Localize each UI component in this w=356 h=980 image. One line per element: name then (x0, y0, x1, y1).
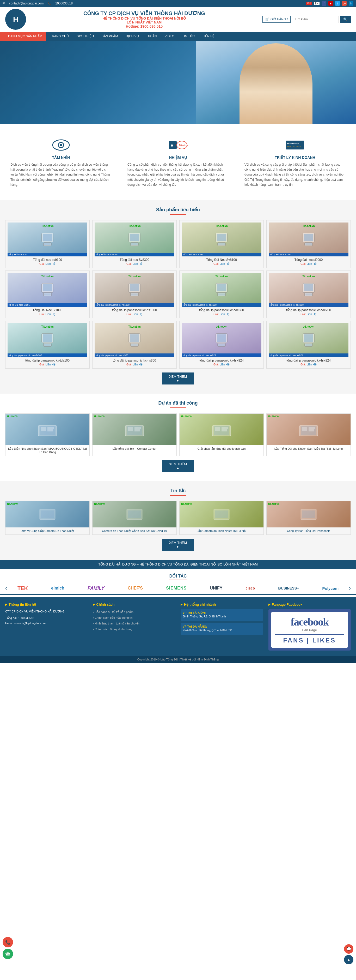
products-xem-them[interactable]: XEM THÊM ▸ (162, 372, 194, 385)
nav-item-giới-thiệu[interactable]: GIỚI THIỆU (73, 32, 98, 41)
partner-logo-3[interactable]: CHEF'S (128, 586, 143, 590)
vision-section: TẦM NHÌN Dịch vụ viễn thông hải dương củ… (0, 124, 356, 200)
svg-rect-44 (43, 334, 52, 342)
svg-rect-28 (43, 284, 52, 291)
svg-rect-84 (215, 511, 228, 518)
nav-item-tin-tức[interactable]: TIN TỨC (178, 32, 199, 41)
policy-link[interactable]: › Hình thức thanh toán & vận chuyển (93, 620, 176, 626)
product-card[interactable]: tid.net.vn tổng đài ip panasonic kx-hrx8… (266, 321, 351, 369)
fb-fan-page: Fan Page (275, 628, 345, 632)
news-xem-them[interactable]: XEM THÊM ▸ (162, 539, 194, 550)
news-card[interactable]: Tid.Net.Vn Lắp Camera đo Thân Nhiệt Tại … (179, 501, 264, 535)
project-card[interactable]: Tid.Net.Vn Lắp Tổng Đài cho Khách Sạn "M… (266, 414, 351, 456)
project-card[interactable]: Tid.Net.Vn Lắp Điện Nhe cho Khách Sạn "M… (5, 414, 90, 456)
partner-logo-6[interactable]: cisco (246, 586, 255, 590)
policy-link[interactable]: › Chính sách bảo mật thông tin (93, 615, 176, 620)
product-card[interactable]: Tid.net.vn tổng đài ip panasonic kx-cde6… (179, 270, 264, 318)
product-card[interactable]: Tid.net.vn Tổng Đài Nec Sl2000 Tổng đài … (266, 220, 351, 268)
partner-logo-1[interactable]: elmich (51, 586, 64, 590)
svg-rect-50 (131, 344, 138, 346)
footer-col-facebook: Fanpage Facebook facebook Fan Page FANS … (269, 603, 351, 651)
svg-rect-62 (47, 427, 54, 429)
menu-toggle[interactable]: ☰ DANH MỤC SẢN PHẨM (0, 32, 46, 41)
partner-logo-5[interactable]: UNIFY (210, 586, 222, 590)
svg-rect-36 (217, 284, 226, 291)
vision-text-3: Với dịch vụ và cung cấp giải pháp thiết … (244, 162, 346, 187)
social-yt[interactable]: ▶ (328, 1, 333, 6)
product-card[interactable]: Tid.net.vn tổng Đài Nec Sv8300 Tổng đài … (92, 220, 177, 268)
search-button[interactable]: 🔍 (340, 16, 351, 23)
news-section: Tin tức Tid.Net.Vn Đơn Vị Cung Cấp Camer… (0, 481, 356, 560)
svg-rect-56 (304, 334, 313, 342)
nav-item-trang-chủ[interactable]: TRANG CHỦ (46, 32, 73, 41)
svg-rect-76 (302, 427, 307, 431)
partner-logo-0[interactable]: TEK (17, 585, 28, 591)
top-phone: 1900636518 (55, 2, 73, 5)
nav-item-sản-phẩm[interactable]: SẢN PHẨM (98, 32, 122, 41)
svg-rect-54 (218, 344, 225, 346)
footer: Thông tin liên hệ CTY CP DỊCH VỤ VIỄN TH… (0, 597, 356, 656)
cart-area[interactable]: 🛒 GIỎ HÀNG / (263, 16, 291, 23)
svg-rect-52 (217, 334, 226, 342)
product-card[interactable]: Tid.net.vn tổng Đài Nec Sv91... Tổng đài… (5, 220, 90, 268)
cart-label: GIỎ HÀNG / (271, 18, 288, 21)
news-card[interactable]: Tid.Net.Vn Công Ty Bán Tổng Đài Panasoni… (266, 501, 351, 535)
partner-next[interactable]: › (349, 585, 351, 592)
projects-xem-them[interactable]: XEM THÊM ▸ (162, 460, 194, 472)
doi-tac-title: ĐỐI TÁC (169, 574, 187, 580)
product-card[interactable]: Tid.net.vn tổng đài ip panasonic kx-tda1… (5, 321, 90, 369)
lang-vn[interactable]: VN (306, 2, 312, 5)
svg-rect-82 (128, 511, 141, 518)
social-tw[interactable]: t (335, 1, 340, 6)
menu-icon: ☰ (4, 35, 7, 38)
social-in[interactable]: in (349, 1, 353, 6)
product-card[interactable]: Tid.net.vn tổng đài ip panasonic kx-cde2… (266, 270, 351, 318)
partner-logo-4[interactable]: SIEMENS (166, 586, 187, 590)
nav-item-liên-hệ[interactable]: LIÊN HỆ (199, 32, 219, 41)
vision-card-1: TẦM NHÌN Dịch vụ viễn thông hải dương củ… (5, 132, 117, 192)
svg-rect-58 (305, 344, 312, 346)
nav-item-dịch-vụ[interactable]: DỊCH VỤ (122, 32, 142, 41)
vision-title-1: TẦM NHÌN (10, 156, 112, 160)
social-fb[interactable]: f (321, 1, 326, 6)
product-card[interactable]: tid.net.vn tổng đài ip panasonic kx-hrx8… (179, 321, 264, 369)
product-card[interactable]: Tid.net.vn Tổng Đài Nec Sl10... Tổng Đài… (5, 270, 90, 318)
svg-rect-67 (134, 427, 141, 429)
footer-col-branches: Hệ thống chi nhánh VP TẠI SÀI GÒN: 36-44… (180, 603, 263, 651)
svg-rect-40 (304, 284, 313, 291)
partner-logo-8[interactable]: Polycom (323, 586, 339, 590)
svg-rect-12 (43, 234, 52, 241)
partner-logo-2[interactable]: FAMILY (87, 585, 104, 591)
search-input[interactable] (292, 16, 339, 23)
products-title: Sản phẩm tiêu biểu (156, 207, 200, 212)
hero-banner (0, 41, 356, 124)
logo: H (5, 9, 26, 30)
lang-en[interactable]: EN (314, 2, 320, 5)
project-card[interactable]: Tid.Net.Vn Lắp tổng đài 3cx – Contact Ce… (92, 414, 177, 456)
svg-rect-73 (222, 430, 227, 431)
nav-item-dự-án[interactable]: DỰ ÁN (143, 32, 161, 41)
partner-logo-7[interactable]: BUSINESS+ (278, 586, 299, 590)
product-card[interactable]: Tid.net.vn Tổng Đài Nec Sv81... Tổng Đài… (179, 220, 264, 268)
nav-item-video[interactable]: VIDEO (161, 32, 178, 41)
social-gp[interactable]: g+ (342, 1, 347, 6)
svg-rect-46 (44, 344, 51, 346)
product-card[interactable]: Tid.net.vn tổng đài ip panasonic kx-ns10… (92, 270, 177, 318)
policy-link[interactable]: › Chính sách & quy định chung (93, 626, 176, 632)
project-card[interactable]: Tid.Net.Vn Giải pháp lắp tổng đài cho kh… (179, 414, 264, 456)
products-section: Sản phẩm tiêu biểu Tid.net.vn tổng Đài N… (0, 200, 356, 394)
policy-link[interactable]: › Bảo hành & Đổi trả sản phẩm (93, 609, 176, 615)
news-card[interactable]: Tid.Net.Vn Đơn Vị Cung Cấp Camera Đo Thâ… (5, 501, 90, 535)
svg-rect-14 (44, 243, 51, 245)
product-card[interactable]: Tid.net.vn tổng đài ip panasonic kx-ns30… (92, 321, 177, 369)
svg-rect-42 (305, 293, 312, 296)
partner-prev[interactable]: ‹ (5, 585, 7, 592)
svg-rect-71 (215, 427, 220, 431)
company-sub: HỆ THỐNG DỊCH VỤ TỔNG ĐÀI ĐIỆN THOẠI NỘI… (31, 16, 257, 20)
email-icon: ✉ (3, 2, 5, 5)
company-name: CÔNG TY CP DỊCH VỤ VIỄN THÔNG HẢI DƯƠNG (31, 10, 257, 16)
fb-fans-likes: FANS | LIKES (275, 634, 345, 644)
svg-rect-77 (309, 427, 315, 429)
svg-rect-38 (218, 293, 225, 296)
news-card[interactable]: Tid.Net.Vn Camera đo Thân Nhiệt Cảnh Báo… (92, 501, 177, 535)
